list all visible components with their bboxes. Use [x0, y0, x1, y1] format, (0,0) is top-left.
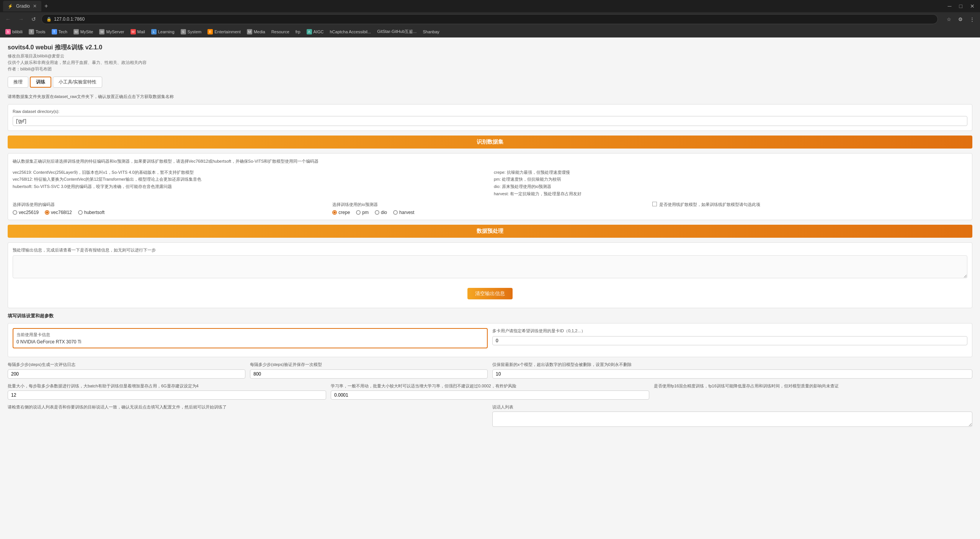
bookmark-hcaptcha[interactable]: hCaptcha Accessibil...	[328, 29, 374, 35]
batch-label: 批量大小，每步取多少条数据进行训练，大batch有助于训练但显着增加显存占用，6…	[8, 383, 326, 389]
gpu-info-label: 当前使用显卡信息	[16, 332, 484, 338]
bookmark-system-icon: S	[181, 29, 186, 34]
steps-gen-col: 每隔多少步(steps)生成一次评估日志	[8, 362, 245, 378]
preprocess-hint: 预处理输出信息，完成后请查看一下是否有报错信息，如无则可以进行下一步	[13, 247, 967, 253]
back-button[interactable]: ←	[3, 15, 13, 24]
forward-button[interactable]: →	[16, 15, 26, 24]
bookmark-aigc[interactable]: A AIGC	[304, 28, 326, 35]
info-col-right: crepe: 抗噪能力最强，但预处理速度缓慢 pm: 处理速度快，但抗噪能力为校…	[494, 169, 967, 198]
steps-save-label: 每隔多少步(steps)验证并保存一次模型	[250, 362, 488, 368]
address-bar[interactable]: 🔒 127.0.0.1:7860	[41, 14, 938, 24]
predictor-option-harvest[interactable]: harvest	[393, 210, 414, 215]
tab-tools[interactable]: 小工具/实验室特性	[53, 77, 102, 88]
encoder-radio-hubertsoft[interactable]	[78, 210, 83, 215]
bookmark-tech[interactable]: T Tech	[49, 28, 70, 35]
harvest-info: harvest: 有一定抗噪能力，预处理显存占用友好	[494, 190, 967, 198]
dio-info: dio: 原来预处理使用的io预测器	[494, 183, 967, 190]
expand-model-checkbox[interactable]	[652, 202, 657, 206]
tab-train[interactable]: 训练	[30, 77, 51, 88]
bookmark-myserver-icon: M	[99, 29, 105, 34]
encoder-radio-group: vec25619 vec768l12 hubertsoft	[13, 210, 328, 215]
encoder-selector: 选择训练使用的编码器 vec25619 vec768l12 huberts	[13, 202, 328, 215]
encoder-radio-vec768l12[interactable]	[45, 210, 49, 215]
identify-header: 识别数据集	[8, 136, 972, 149]
preprocess-content: 预处理输出信息，完成后请查看一下是否有报错信息，如无则可以进行下一步 清空输出信…	[8, 242, 972, 308]
bookmark-entertainment[interactable]: E Entertainment	[205, 28, 243, 35]
bookmark-system[interactable]: S System	[178, 28, 204, 35]
predictor-option-pm[interactable]: pm	[356, 210, 369, 215]
speaker-list-input[interactable]	[492, 412, 972, 427]
extensions-icon[interactable]: ⚙	[956, 14, 965, 24]
predictor-option-dio[interactable]: dio	[375, 210, 387, 215]
training-params-section: 填写训练设置和超参数 当前使用显卡信息 0 NVIDIA GeForce RTX…	[8, 313, 972, 427]
encoder-option-hubertsoft[interactable]: hubertsoft	[78, 210, 105, 215]
bookmark-gitstar[interactable]: GitStar-GitHub互鉴...	[375, 28, 419, 35]
predictor-option-crepe[interactable]: crepe	[332, 210, 350, 215]
multi-gpu-input[interactable]	[492, 336, 967, 345]
bookmark-frp[interactable]: frp	[293, 29, 303, 35]
vec768l12-info: vec768l12: 特征输入要换为ContentVec的第12层Transfo…	[13, 176, 486, 183]
clear-output-button[interactable]: 清空输出信息	[467, 288, 513, 299]
bookmarks-bar: b bilibili T Tools T Tech M MySite M MyS…	[0, 26, 980, 38]
bookmark-shanbay[interactable]: Shanbay	[420, 29, 441, 35]
bookmark-media[interactable]: M Media	[245, 28, 268, 35]
bookmark-star-icon[interactable]: ☆	[944, 14, 954, 24]
expand-model-section: 是否使用线扩散模型，如果训练线扩散模型请勾选此项	[652, 202, 967, 210]
browser-menu-icon[interactable]: ⋮	[967, 14, 977, 24]
steps-params-grid: 每隔多少步(steps)生成一次评估日志 每隔多少步(steps)验证并保存一次…	[8, 362, 972, 378]
predictor-radio-crepe[interactable]	[332, 210, 337, 215]
window-controls: ─ □ ✕	[946, 2, 977, 10]
expand-checkbox-row: 是否使用线扩散模型，如果训练线扩散模型请勾选此项	[652, 202, 967, 210]
tab-close-btn[interactable]: ✕	[33, 3, 37, 9]
bookmark-resource[interactable]: Resource	[269, 29, 292, 35]
bookmark-myserver[interactable]: M MyServer	[97, 28, 126, 35]
maximize-button[interactable]: □	[957, 2, 965, 10]
bookmark-mysite-icon: M	[74, 29, 79, 34]
bookmark-media-icon: M	[247, 29, 252, 34]
preprocess-output[interactable]	[13, 255, 967, 278]
refresh-button[interactable]: ↺	[29, 15, 38, 24]
bookmark-tools[interactable]: T Tools	[26, 28, 48, 35]
speaker-list-label: 说话人列表	[492, 404, 972, 410]
raw-dataset-input[interactable]	[13, 116, 967, 126]
batch-input[interactable]	[8, 390, 326, 400]
vec25619-info: vec25619: ContentVec(256Layer9)，旧版本也叫v1，…	[13, 169, 486, 176]
keep-best-input[interactable]	[492, 369, 972, 379]
bookmark-bilibili[interactable]: b bilibili	[3, 28, 25, 35]
predictor-radio-group: crepe pm dio harvest	[332, 210, 647, 215]
tab-favicon: ⚡	[8, 4, 13, 9]
expand-model-label: 是否使用线扩散模型，如果训练线扩散模型请勾选此项	[659, 202, 760, 207]
encoder-option-vec768l12[interactable]: vec768l12	[45, 210, 72, 215]
bookmark-tools-icon: T	[29, 29, 34, 34]
bottom-hint-col: 请检查右侧的说话人列表是否和你要训练的目标说话人一致，确认无误后点击填写入配置文…	[8, 404, 488, 427]
bookmark-mysite[interactable]: M MySite	[71, 28, 96, 35]
page-author: 作者：bilibili@羽毛布团	[8, 66, 972, 72]
predictor-radio-harvest[interactable]	[393, 210, 398, 215]
info-col-left: vec25619: ContentVec(256Layer9)，旧版本也叫v1，…	[13, 169, 486, 198]
bookmark-mail[interactable]: M Mail	[128, 28, 147, 35]
predictor-radio-dio[interactable]	[375, 210, 379, 215]
minimize-button[interactable]: ─	[946, 2, 954, 10]
close-window-button[interactable]: ✕	[968, 2, 977, 10]
bookmark-learning-icon: L	[151, 29, 157, 34]
bottom-hint-text: 请检查右侧的说话人列表是否和你要训练的目标说话人一致，确认无误后点击填写入配置文…	[8, 404, 488, 410]
page-header: sovits4.0 webui 推理&训练 v2.1.0 修改自原项目及bili…	[8, 44, 972, 72]
browser-chrome: ⚡ Gradio ✕ + ─ □ ✕ ← → ↺ 🔒 127.0.0.1:786…	[0, 0, 980, 38]
tab-infer[interactable]: 推理	[8, 77, 28, 88]
encoder-radio-vec25619[interactable]	[13, 210, 17, 215]
bookmark-learning[interactable]: L Learning	[149, 28, 177, 35]
steps-gen-input[interactable]	[8, 369, 245, 379]
encoder-option-vec25619[interactable]: vec25619	[13, 210, 39, 215]
new-tab-button[interactable]: +	[41, 3, 51, 10]
hint-text: 请将数据集文件夹放置在dataset_raw文件夹下，确认放置正确后点击下方获取…	[8, 94, 972, 100]
page-subtitle-line1: 修改自原项目及bilibili@麦督云	[8, 53, 972, 59]
main-tabs: 推理 训练 小工具/实验室特性	[8, 77, 972, 88]
keep-best-col: 仅保留最新的x个模型，超出该数字的旧模型会被删除，设置为0则永不删除	[492, 362, 972, 378]
multi-gpu-label: 多卡用户请指定希望训练使用的显卡ID（0,1,2...）	[492, 328, 967, 334]
bookmark-tech-icon: T	[52, 29, 57, 34]
predictor-radio-pm[interactable]	[356, 210, 361, 215]
browser-tab[interactable]: ⚡ Gradio ✕	[3, 1, 41, 11]
fp16-col: 是否使用fp16混合精度训练，fp16训练可能降低显存占用和训练时间，但对模型质…	[654, 383, 972, 400]
steps-save-input[interactable]	[250, 369, 488, 379]
lr-input[interactable]	[331, 390, 649, 400]
